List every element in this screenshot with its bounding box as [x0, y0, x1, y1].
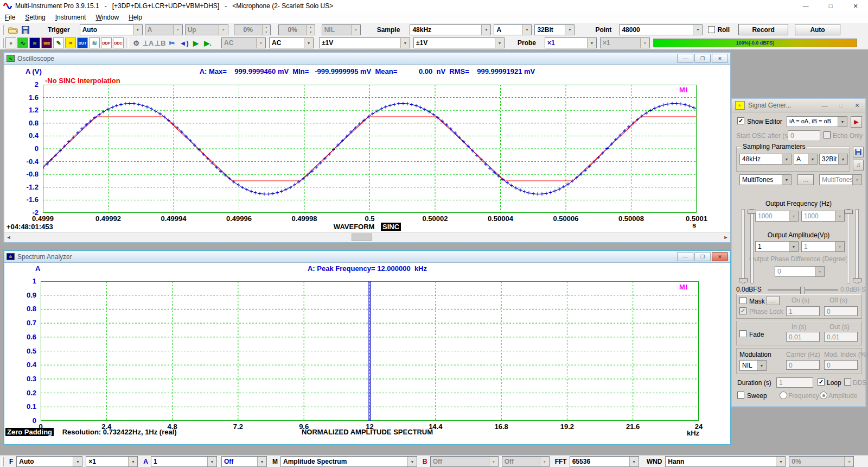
amplitude-a-select[interactable]: 1▼: [755, 241, 799, 252]
spin-up-icon[interactable]: ▲: [307, 25, 315, 30]
multimeter-icon[interactable]: 888: [41, 37, 52, 48]
mask-browse-button[interactable]: ...: [767, 296, 780, 305]
compensation-a-select[interactable]: Off▼: [221, 456, 267, 467]
waveform-b-select[interactable]: MultiTones▼: [819, 174, 862, 185]
carrier-input[interactable]: 0: [786, 360, 820, 370]
dds-checkbox[interactable]: [844, 378, 851, 386]
spectrum-titlebar[interactable]: ılı Spectrum Analyzer — ❐ ✕: [4, 251, 730, 263]
menu-file[interactable]: File: [0, 12, 20, 22]
waveform-browse-button[interactable]: ...: [797, 174, 814, 185]
window-maximize-button[interactable]: □: [818, 0, 843, 12]
sinc-badge[interactable]: SINC: [381, 223, 401, 231]
data-logger-icon[interactable]: ✎: [53, 37, 64, 48]
trigger-mode-select[interactable]: Auto▼: [80, 24, 143, 35]
spectrum-3d-plot-icon[interactable]: ≈: [65, 37, 76, 48]
run-loop-icon[interactable]: ▶.: [202, 37, 213, 48]
zoom-select[interactable]: ×1▼: [86, 456, 138, 467]
sampling-tool-icon[interactable]: ✂: [167, 37, 177, 48]
window-close-button[interactable]: ✕: [843, 0, 868, 12]
gen-sampling-bits-select[interactable]: 32Bit▼: [819, 154, 848, 165]
fade-in-input[interactable]: 0.01: [786, 332, 820, 342]
coupling-a-select[interactable]: AC▼: [221, 37, 266, 48]
menu-help[interactable]: Help: [124, 12, 147, 22]
analysis-mode-select[interactable]: Amplitude Spectrum▼: [280, 456, 417, 467]
minimize-icon[interactable]: —: [677, 252, 693, 261]
minimize-icon[interactable]: —: [816, 102, 833, 109]
mod-index-input[interactable]: 0: [824, 360, 858, 370]
sweep-frequency-radio[interactable]: [780, 392, 787, 399]
toolbar-drag-handle[interactable]: [1, 457, 4, 466]
device-test-plan-icon[interactable]: DUT: [77, 37, 88, 48]
spin-up-icon[interactable]: ▲: [263, 25, 270, 30]
echo-only-checkbox[interactable]: [824, 131, 831, 138]
spin-down-icon[interactable]: ▼: [263, 30, 270, 35]
ddc-viewer-icon[interactable]: DDC: [113, 37, 124, 48]
frequency-b-select[interactable]: 1000▼: [801, 211, 845, 222]
frequency-axis-select[interactable]: Auto▼: [16, 456, 82, 467]
sampling-bits-select[interactable]: 32Bit▼: [534, 24, 575, 35]
ddp-viewer-icon[interactable]: DDP: [101, 37, 112, 48]
range-a-select[interactable]: ±1V▼: [319, 37, 410, 48]
scroll-right-icon[interactable]: ►: [722, 234, 730, 241]
fader-handle[interactable]: [739, 278, 748, 282]
menu-setting[interactable]: Setting: [20, 12, 50, 22]
start-osc-input[interactable]: 0: [788, 130, 820, 141]
range-b-select[interactable]: ±1V▼: [413, 37, 505, 48]
close-icon[interactable]: ✕: [849, 102, 865, 109]
auto-button[interactable]: Auto: [795, 24, 840, 35]
slider-handle[interactable]: [800, 287, 805, 294]
sound-card-calibration-icon[interactable]: ⚙: [131, 37, 142, 48]
coupling-b-select[interactable]: AC▼: [269, 37, 314, 48]
amplitude-fader-a-outer[interactable]: [742, 209, 745, 283]
close-icon[interactable]: ✕: [712, 252, 728, 261]
gen-sampling-channel-select[interactable]: A▼: [794, 154, 818, 165]
probe-a-select[interactable]: ×1▼: [545, 37, 597, 48]
compensation-b-select[interactable]: Off▼: [502, 456, 550, 467]
phase-lock-checkbox[interactable]: ✓: [739, 307, 746, 314]
toolbar-drag-handle[interactable]: [1, 38, 4, 48]
gain-b-select[interactable]: Off▼: [430, 456, 499, 467]
zero-channel-b-icon[interactable]: ⊥B: [155, 37, 165, 48]
close-icon[interactable]: ✕: [712, 54, 728, 63]
show-editor-checkbox[interactable]: ✓: [737, 117, 744, 124]
sweep-amplitude-radio[interactable]: [820, 392, 827, 399]
gen-sampling-rate-select[interactable]: 48kHz▼: [739, 154, 792, 165]
run-icon[interactable]: ▶: [190, 37, 201, 48]
duration-input[interactable]: 1: [776, 377, 813, 388]
record-length-select[interactable]: 48000▼: [619, 24, 703, 35]
mask-off-input[interactable]: 0: [824, 306, 858, 316]
roll-checkbox[interactable]: [708, 26, 715, 33]
scroll-thumb[interactable]: [352, 234, 372, 241]
overlap-select[interactable]: 0%▼: [789, 456, 854, 467]
maximize-icon[interactable]: □: [833, 102, 849, 109]
amplitude-b-select[interactable]: 1▼: [801, 241, 845, 252]
record-indicator-icon[interactable]: ●: [5, 37, 16, 48]
device-test-curves-icon[interactable]: ≋: [89, 37, 100, 48]
frequency-a-select[interactable]: 1000▼: [755, 211, 799, 222]
trigger-edge-select[interactable]: Up▼: [185, 24, 228, 35]
fade-out-input[interactable]: 0.01: [824, 332, 858, 342]
stream-signal-button[interactable]: ♫: [853, 160, 864, 171]
oscilloscope-titlebar[interactable]: ∿ Oscilloscope — ❐ ✕: [4, 53, 730, 65]
oscilloscope-icon[interactable]: ∿: [17, 37, 28, 48]
phase-difference-select[interactable]: 0▼: [775, 266, 825, 277]
toolbar-drag-handle[interactable]: [1, 25, 4, 35]
scope-hscrollbar[interactable]: ◄ ►: [4, 232, 730, 242]
waveform-a-select[interactable]: MultiTones▼: [739, 174, 792, 185]
trigger-coupling-select[interactable]: NIL▼: [322, 24, 361, 35]
amplitude-fader-b-outer[interactable]: [856, 209, 859, 283]
spin-down-icon[interactable]: ▼: [307, 30, 315, 35]
modulation-type-select[interactable]: NIL▼: [739, 360, 767, 371]
fader-handle[interactable]: [748, 210, 756, 214]
scroll-left-icon[interactable]: ◄: [4, 234, 13, 241]
open-file-icon[interactable]: [8, 26, 18, 34]
gain-a-select[interactable]: 1▼: [151, 456, 217, 467]
mask-checkbox[interactable]: [739, 297, 746, 304]
generator-run-button[interactable]: ▶: [851, 116, 862, 128]
amplitude-fader-a[interactable]: [750, 209, 754, 283]
fader-handle[interactable]: [844, 210, 853, 214]
fft-size-select[interactable]: 65536▼: [570, 456, 639, 467]
sweep-checkbox[interactable]: [737, 392, 744, 399]
menu-window[interactable]: Window: [91, 12, 124, 22]
record-button[interactable]: Record: [738, 24, 788, 35]
